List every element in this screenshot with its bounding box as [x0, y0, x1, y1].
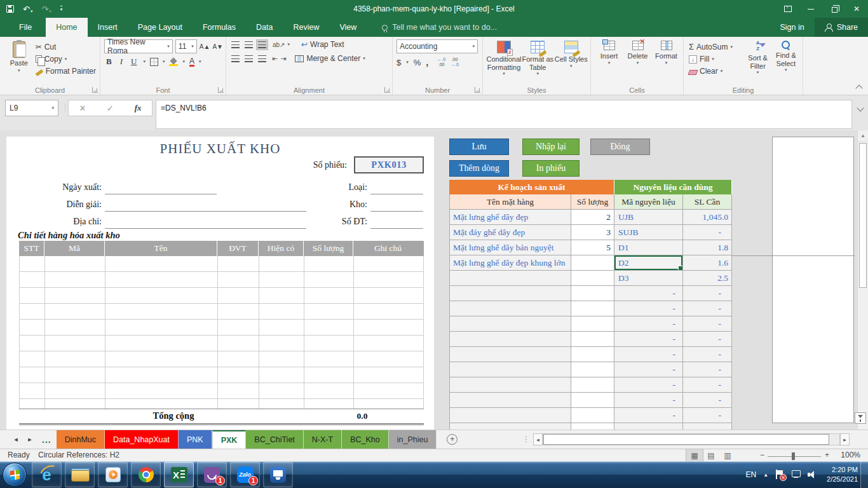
clear-button[interactable]: Clear▾	[688, 66, 744, 76]
goods-cell[interactable]	[354, 336, 424, 351]
material-cell[interactable]	[571, 362, 614, 377]
ribbon-tab-review[interactable]: Review	[283, 18, 329, 37]
font-dialog-launcher[interactable]	[218, 87, 224, 93]
decrease-decimal-button[interactable]: .00→.0	[451, 57, 459, 67]
enter-formula-button[interactable]: ✓	[107, 104, 114, 113]
goods-cell[interactable]	[45, 367, 105, 383]
goods-cell[interactable]	[218, 256, 259, 272]
goods-cell[interactable]	[105, 304, 218, 320]
network-icon[interactable]	[791, 470, 801, 479]
goods-cell[interactable]	[45, 399, 105, 409]
goods-cell[interactable]	[218, 288, 259, 304]
taskbar-app-wmp[interactable]	[98, 462, 128, 487]
cut-button[interactable]: ✂Cut	[34, 42, 97, 52]
sheet-tab-n-x-t[interactable]: N-X-T	[304, 430, 342, 449]
goods-cell[interactable]	[259, 272, 304, 288]
middle-align-button[interactable]	[243, 40, 254, 50]
goods-cell[interactable]	[259, 351, 304, 367]
align-center-button[interactable]	[243, 54, 254, 64]
font-color-button[interactable]: A	[189, 57, 194, 67]
goods-cell[interactable]	[45, 256, 105, 272]
material-cell[interactable]	[571, 255, 614, 271]
goods-cell[interactable]	[304, 320, 354, 336]
goods-cell[interactable]	[20, 320, 45, 336]
collapse-ribbon-icon[interactable]	[855, 85, 862, 92]
goods-cell[interactable]	[259, 320, 304, 336]
material-cell[interactable]	[571, 301, 614, 316]
material-cell[interactable]: -	[683, 377, 732, 393]
ribbon-tab-data[interactable]: Data	[246, 18, 283, 37]
goods-cell[interactable]	[304, 288, 354, 304]
ribbon-display-options-button[interactable]	[776, 0, 799, 18]
format-painter-button[interactable]: Format Painter	[34, 66, 97, 76]
ribbon-tab-page-layout[interactable]: Page Layout	[128, 18, 193, 37]
format-cells-button[interactable]: Format ▾	[652, 39, 681, 85]
goods-cell[interactable]	[354, 256, 424, 272]
goods-cell[interactable]	[45, 336, 105, 351]
taskbar-app-explorer[interactable]	[65, 462, 95, 487]
goods-cell[interactable]	[218, 367, 259, 383]
increase-decimal-button[interactable]: ←.0.00	[437, 57, 445, 67]
bottom-align-button[interactable]	[257, 40, 268, 50]
ngay-xuat-field[interactable]	[105, 194, 217, 194]
find-select-button[interactable]: Find & Select ▾	[772, 39, 800, 85]
nhap-lai-button[interactable]: Nhập lại	[522, 139, 580, 155]
goods-cell[interactable]	[259, 256, 304, 272]
fill-button[interactable]: ↓Fill▾	[688, 54, 744, 64]
goods-cell[interactable]	[218, 304, 259, 320]
taskbar-app-ie[interactable]: e	[32, 462, 62, 487]
hscroll-right-icon[interactable]: ▸	[840, 433, 850, 445]
goods-cell[interactable]	[304, 256, 354, 272]
paste-button[interactable]: Paste ▾	[4, 39, 34, 85]
goods-cell[interactable]	[259, 288, 304, 304]
material-cell[interactable]: -	[683, 225, 732, 240]
wrap-text-button[interactable]: ↩Wrap Text	[300, 39, 346, 50]
goods-cell[interactable]	[354, 383, 424, 399]
normal-view-button[interactable]: ▦	[686, 449, 703, 462]
material-cell[interactable]: -	[614, 347, 683, 362]
material-cell[interactable]: -	[683, 286, 732, 301]
goods-cell[interactable]	[20, 336, 45, 351]
sheet-nav-left-icon[interactable]: ◂	[9, 430, 23, 449]
material-cell[interactable]: Mặt lưng ghế dây đẹp khung lớn	[449, 255, 571, 271]
material-cell[interactable]	[449, 332, 571, 347]
material-cell[interactable]: -	[614, 301, 683, 316]
sheet-tab-bc_kho[interactable]: BC_Kho	[342, 430, 389, 449]
scroll-up-icon[interactable]: ▲	[858, 130, 868, 142]
sign-in-button[interactable]: Sign in	[770, 18, 814, 37]
show-desktop-button[interactable]	[860, 461, 868, 488]
material-cell[interactable]: 1,045.0	[683, 210, 732, 225]
goods-cell[interactable]	[354, 320, 424, 336]
autosum-button[interactable]: ΣAutoSum▾	[688, 41, 744, 52]
save-icon[interactable]	[6, 5, 14, 13]
material-cell[interactable]: -	[614, 362, 683, 377]
goods-cell[interactable]	[259, 304, 304, 320]
goods-cell[interactable]	[20, 351, 45, 367]
goods-cell[interactable]	[45, 288, 105, 304]
underline-button[interactable]: U	[129, 57, 139, 67]
increase-indent-button[interactable]: ⇥	[280, 55, 286, 63]
goods-cell[interactable]	[45, 272, 105, 288]
insert-function-button[interactable]: fx	[135, 103, 142, 113]
sheet-overflow-indicator[interactable]: ...	[37, 430, 57, 449]
vertical-scroll-thumb[interactable]	[859, 143, 867, 288]
material-cell[interactable]	[571, 271, 614, 286]
ribbon-tab-file[interactable]: File	[5, 18, 46, 37]
goods-cell[interactable]	[304, 367, 354, 383]
loai-field[interactable]	[370, 194, 423, 194]
expand-formula-bar-icon[interactable]	[857, 104, 864, 111]
goods-cell[interactable]	[105, 351, 218, 367]
sheet-tab-data_nhapxuat[interactable]: Data_NhapXuat	[105, 430, 179, 449]
goods-cell[interactable]	[105, 383, 218, 399]
zoom-slider-thumb[interactable]	[792, 452, 795, 460]
material-cell[interactable]: Mặt lưng ghế dây đẹp	[449, 210, 571, 225]
taskbar-app-viber[interactable]: 1	[197, 462, 227, 487]
vertical-scrollbar[interactable]: ▲	[857, 130, 868, 430]
goods-cell[interactable]	[259, 367, 304, 383]
goods-cell[interactable]	[218, 351, 259, 367]
italic-button[interactable]: I	[118, 57, 125, 67]
language-indicator[interactable]: EN	[745, 470, 756, 479]
goods-cell[interactable]	[259, 336, 304, 351]
undo-button[interactable]: ↶▾	[23, 5, 32, 13]
goods-cell[interactable]	[105, 272, 218, 288]
